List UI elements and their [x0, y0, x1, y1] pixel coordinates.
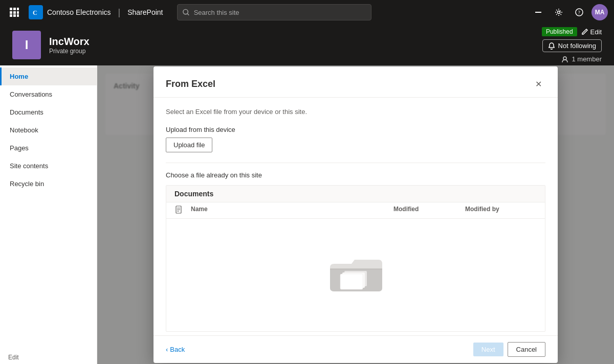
svg-text:C: C [33, 9, 37, 16]
main-layout: Home Conversations Documents Notebook Pa… [0, 65, 614, 364]
file-icon [174, 206, 183, 214]
member-info: 1 member [561, 55, 602, 63]
main-content: Activity News Documents See all | All Do… [97, 65, 614, 364]
site-type: Private group [49, 48, 534, 55]
svg-point-17 [563, 57, 566, 60]
site-header: I IncWorx Private group Published Edit N… [0, 25, 614, 65]
minimize-icon[interactable] [530, 4, 546, 20]
svg-rect-5 [17, 11, 19, 14]
svg-rect-1 [13, 8, 16, 10]
site-header-right: Published Edit Not following 1 member [542, 27, 602, 63]
svg-rect-24 [340, 274, 363, 289]
docs-panel-header: Documents [166, 186, 545, 202]
next-button[interactable]: Next [473, 343, 503, 356]
edit-button[interactable]: Edit [581, 28, 602, 36]
col-name: Name [191, 206, 393, 215]
sidebar-item-recycle-bin[interactable]: Recycle bin [0, 175, 97, 193]
sidebar-item-site-contents[interactable]: Site contents [0, 157, 97, 175]
col-icon [174, 206, 191, 215]
from-excel-modal: From Excel ✕ Select an Excel file from y… [154, 66, 558, 363]
docs-table-header: Name Modified Modified by [166, 202, 545, 219]
sidebar: Home Conversations Documents Notebook Pa… [0, 65, 97, 364]
sidebar-edit-link[interactable]: Edit [0, 351, 97, 364]
search-input[interactable] [194, 9, 366, 16]
company-name: Contoso Electronics [47, 8, 111, 16]
svg-rect-0 [10, 8, 12, 10]
site-info: IncWorx Private group [49, 36, 534, 55]
app-logo[interactable]: C Contoso Electronics [29, 5, 111, 19]
published-badge: Published [542, 27, 577, 36]
sidebar-item-conversations[interactable]: Conversations [0, 85, 97, 103]
svg-point-11 [183, 9, 188, 14]
waffle-icon[interactable] [6, 4, 23, 20]
site-name: IncWorx [49, 36, 534, 48]
empty-folder-illustration [325, 249, 386, 301]
modal-header: From Excel ✕ [154, 66, 558, 98]
docs-empty-state [166, 219, 545, 331]
member-icon [561, 56, 568, 63]
documents-panel: Documents Name Modified Modified by [166, 185, 545, 332]
nav-divider: | [118, 7, 121, 18]
modal-overlay: From Excel ✕ Select an Excel file from y… [97, 65, 614, 364]
logo-icon: C [29, 5, 43, 19]
member-count: 1 member [572, 55, 602, 63]
edit-label: Edit [590, 28, 602, 36]
top-nav-right-actions: ? MA [530, 4, 608, 20]
back-label: Back [170, 346, 185, 353]
search-bar[interactable] [177, 4, 371, 20]
back-button[interactable]: ‹ Back [166, 346, 185, 353]
upload-label: Upload from this device [166, 126, 545, 133]
sidebar-item-home[interactable]: Home [0, 67, 97, 85]
upload-section: Upload from this device Upload file [166, 126, 545, 152]
edit-icon [581, 28, 588, 35]
svg-rect-7 [13, 14, 16, 17]
modal-title: From Excel [166, 79, 215, 89]
svg-rect-2 [17, 8, 19, 10]
settings-icon[interactable] [551, 4, 567, 20]
bell-icon [548, 42, 555, 50]
search-icon [183, 9, 189, 16]
cancel-button[interactable]: Cancel [508, 342, 545, 357]
avatar[interactable]: MA [591, 4, 608, 20]
upload-file-button[interactable]: Upload file [166, 138, 212, 152]
col-modified-by: Modified by [465, 206, 537, 215]
modal-footer: ‹ Back Next Cancel [154, 335, 558, 363]
modal-subtitle: Select an Excel file from your device or… [166, 108, 545, 116]
modal-body: Select an Excel file from your device or… [154, 98, 558, 335]
site-icon: I [12, 31, 41, 59]
svg-rect-3 [10, 11, 12, 14]
sidebar-item-notebook[interactable]: Notebook [0, 121, 97, 139]
published-edit-area: Published Edit [542, 27, 602, 36]
svg-text:?: ? [578, 10, 581, 15]
col-modified: Modified [393, 206, 465, 215]
section-separator [166, 163, 545, 163]
modal-close-button[interactable]: ✕ [531, 77, 545, 91]
sidebar-item-pages[interactable]: Pages [0, 139, 97, 157]
not-following-button[interactable]: Not following [542, 39, 602, 52]
svg-rect-8 [17, 14, 19, 17]
sidebar-item-documents[interactable]: Documents [0, 103, 97, 121]
not-following-label: Not following [558, 42, 596, 50]
top-nav: C Contoso Electronics | SharePoint ? [0, 0, 614, 25]
choose-section-label: Choose a file already on this site [166, 171, 545, 179]
svg-rect-4 [13, 11, 16, 14]
help-icon[interactable]: ? [571, 4, 587, 20]
app-name: SharePoint [127, 8, 163, 16]
svg-line-12 [188, 14, 189, 15]
svg-rect-6 [10, 14, 12, 17]
back-icon: ‹ [166, 346, 168, 353]
svg-rect-13 [535, 12, 541, 13]
svg-point-14 [558, 11, 560, 14]
